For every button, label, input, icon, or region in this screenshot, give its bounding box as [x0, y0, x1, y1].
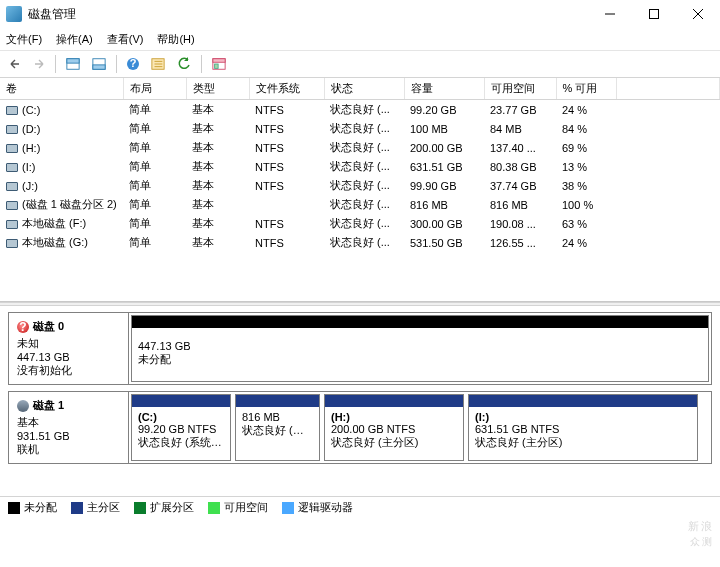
disk-1-row[interactable]: 磁盘 1 基本 931.51 GB 联机 (C:)99.20 GB NTFS状态… — [8, 391, 712, 464]
cell-percent: 38 % — [556, 176, 616, 195]
cell-type: 基本 — [186, 119, 249, 138]
col-volume[interactable]: 卷 — [0, 78, 123, 100]
settings-icon[interactable] — [146, 53, 170, 75]
disk-icon — [17, 400, 29, 412]
refresh-icon[interactable] — [172, 53, 196, 75]
stripe-unallocated — [132, 316, 708, 328]
disk-1-partition[interactable]: (C:)99.20 GB NTFS状态良好 (系统, 启动, 页面... — [131, 394, 231, 461]
volume-icon — [6, 125, 18, 134]
cell-volume: (H:) — [0, 138, 123, 157]
cell-free: 190.08 ... — [484, 214, 556, 233]
disk-1-partition[interactable]: (I:)631.51 GB NTFS状态良好 (主分区) — [468, 394, 698, 461]
close-button[interactable] — [676, 0, 720, 28]
table-row[interactable]: (I:)简单基本NTFS状态良好 (...631.51 GB80.38 GB13… — [0, 157, 720, 176]
watermark: 新浪众测 — [688, 514, 714, 549]
toolbar: ? — [0, 50, 720, 78]
maximize-button[interactable] — [632, 0, 676, 28]
view-bottom-icon[interactable] — [87, 53, 111, 75]
cell-layout: 简单 — [123, 176, 186, 195]
menu-bar: 文件(F) 操作(A) 查看(V) 帮助(H) — [0, 28, 720, 50]
partition-name: (C:) — [138, 411, 224, 423]
cell-layout: 简单 — [123, 233, 186, 252]
title-bar: 磁盘管理 — [0, 0, 720, 28]
cell-free: 23.77 GB — [484, 100, 556, 120]
cell-layout: 简单 — [123, 138, 186, 157]
legend-primary: 主分区 — [87, 500, 120, 515]
col-type[interactable]: 类型 — [186, 78, 249, 100]
cell-type: 基本 — [186, 138, 249, 157]
cell-free: 126.55 ... — [484, 233, 556, 252]
partition-status: 状态良好 (主分区) — [475, 435, 691, 450]
cell-volume: (D:) — [0, 119, 123, 138]
minimize-button[interactable] — [588, 0, 632, 28]
properties-icon[interactable] — [207, 53, 231, 75]
disk-1-partition[interactable]: 816 MB状态良好 (恢复... — [235, 394, 320, 461]
cell-status: 状态良好 (... — [324, 119, 404, 138]
partition-size: 447.13 GB — [138, 340, 702, 352]
cell-percent: 24 % — [556, 100, 616, 120]
cell-layout: 简单 — [123, 214, 186, 233]
disk-1-partition[interactable]: (H:)200.00 GB NTFS状态良好 (主分区) — [324, 394, 464, 461]
cell-fs: NTFS — [249, 157, 324, 176]
col-filesystem[interactable]: 文件系统 — [249, 78, 324, 100]
col-capacity[interactable]: 容量 — [404, 78, 484, 100]
col-status[interactable]: 状态 — [324, 78, 404, 100]
menu-file[interactable]: 文件(F) — [6, 32, 42, 47]
cell-capacity: 816 MB — [404, 195, 484, 214]
legend: 未分配 主分区 扩展分区 可用空间 逻辑驱动器 — [0, 496, 720, 518]
graphical-view: ?磁盘 0 未知 447.13 GB 没有初始化 447.13 GB 未分配 磁… — [0, 306, 720, 496]
cell-capacity: 531.50 GB — [404, 233, 484, 252]
stripe-primary — [325, 395, 463, 407]
table-row[interactable]: (D:)简单基本NTFS状态良好 (...100 MB84 MB84 % — [0, 119, 720, 138]
cell-fs — [249, 195, 324, 214]
disk-0-partition-unallocated[interactable]: 447.13 GB 未分配 — [131, 315, 709, 382]
cell-capacity: 100 MB — [404, 119, 484, 138]
disk-1-header[interactable]: 磁盘 1 基本 931.51 GB 联机 — [9, 392, 129, 463]
table-row[interactable]: (J:)简单基本NTFS状态良好 (...99.90 GB37.74 GB38 … — [0, 176, 720, 195]
help-icon[interactable]: ? — [122, 53, 144, 75]
cell-volume: (I:) — [0, 157, 123, 176]
menu-action[interactable]: 操作(A) — [56, 32, 93, 47]
partition-size: 631.51 GB NTFS — [475, 423, 691, 435]
menu-help[interactable]: 帮助(H) — [157, 32, 194, 47]
table-row[interactable]: (C:)简单基本NTFS状态良好 (...99.20 GB23.77 GB24 … — [0, 100, 720, 120]
cell-capacity: 200.00 GB — [404, 138, 484, 157]
cell-status: 状态良好 (... — [324, 214, 404, 233]
volume-icon — [6, 106, 18, 115]
col-free[interactable]: 可用空间 — [484, 78, 556, 100]
partition-name: (I:) — [475, 411, 691, 423]
cell-type: 基本 — [186, 195, 249, 214]
back-button[interactable] — [4, 53, 26, 75]
cell-volume: (J:) — [0, 176, 123, 195]
table-row[interactable]: 本地磁盘 (F:)简单基本NTFS状态良好 (...300.00 GB190.0… — [0, 214, 720, 233]
cell-free: 80.38 GB — [484, 157, 556, 176]
cell-free: 816 MB — [484, 195, 556, 214]
col-layout[interactable]: 布局 — [123, 78, 186, 100]
cell-layout: 简单 — [123, 119, 186, 138]
volume-icon — [6, 182, 18, 191]
table-header[interactable]: 卷 布局 类型 文件系统 状态 容量 可用空间 % 可用 — [0, 78, 720, 100]
cell-fs: NTFS — [249, 119, 324, 138]
disk-0-header[interactable]: ?磁盘 0 未知 447.13 GB 没有初始化 — [9, 313, 129, 384]
disk-0-row[interactable]: ?磁盘 0 未知 447.13 GB 没有初始化 447.13 GB 未分配 — [8, 312, 712, 385]
forward-button[interactable] — [28, 53, 50, 75]
cell-percent: 69 % — [556, 138, 616, 157]
table-row[interactable]: 本地磁盘 (G:)简单基本NTFS状态良好 (...531.50 GB126.5… — [0, 233, 720, 252]
svg-rect-1 — [650, 10, 659, 19]
cell-volume: 本地磁盘 (G:) — [0, 233, 123, 252]
cell-capacity: 99.20 GB — [404, 100, 484, 120]
legend-swatch-extended — [134, 502, 146, 514]
table-row[interactable]: (磁盘 1 磁盘分区 2)简单基本状态良好 (...816 MB816 MB10… — [0, 195, 720, 214]
cell-capacity: 300.00 GB — [404, 214, 484, 233]
view-top-icon[interactable] — [61, 53, 85, 75]
volume-list[interactable]: 卷 布局 类型 文件系统 状态 容量 可用空间 % 可用 (C:)简单基本NTF… — [0, 78, 720, 302]
col-percent[interactable]: % 可用 — [556, 78, 616, 100]
volume-icon — [6, 220, 18, 229]
menu-view[interactable]: 查看(V) — [107, 32, 144, 47]
cell-capacity: 631.51 GB — [404, 157, 484, 176]
partition-name: (H:) — [331, 411, 457, 423]
legend-unallocated: 未分配 — [24, 500, 57, 515]
table-row[interactable]: (H:)简单基本NTFS状态良好 (...200.00 GB137.40 ...… — [0, 138, 720, 157]
volume-icon — [6, 239, 18, 248]
disk-1-size: 931.51 GB — [17, 430, 120, 442]
